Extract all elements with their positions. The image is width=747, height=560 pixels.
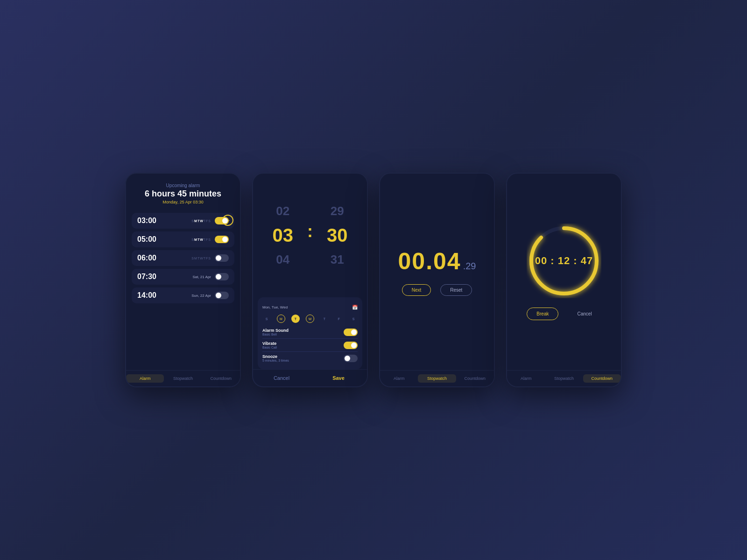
time-separator: : [307, 222, 313, 241]
time-picker-cols: 02 03 04 : 29 30 31 [273, 204, 348, 267]
stopwatch-display: 00.04 .29 Next Reset [380, 174, 494, 370]
snooze-row: Snooze 5 minutes, 3 times [262, 352, 358, 364]
hour-prev: 02 [276, 204, 289, 218]
alarm-toggle-2[interactable] [215, 236, 229, 243]
edit-cancel-button[interactable]: Cancel [253, 370, 310, 386]
day-S1[interactable]: S [262, 315, 271, 323]
min-active[interactable]: 30 [327, 225, 348, 246]
edit-footer: Cancel Save [253, 369, 367, 386]
alarm-list-screen: Upcoming alarm 6 hours 45 minutes Monday… [125, 173, 241, 387]
stopwatch-screen-nav: Alarm Stopwatch Countdown [380, 370, 494, 386]
min-col: 29 30 31 [327, 204, 348, 267]
alarm-time-1: 03:00 [137, 217, 156, 225]
alarm-settings-panel: Mon, Tue, Wed 📅 S M T W T F S Alarm Soun… [258, 297, 362, 369]
alarm-days-2: SMTWTFS [191, 238, 211, 241]
selected-days-label: Mon, Tue, Wed [262, 305, 288, 309]
alarm-item-5: 14:00 Sun, 22 Apr [132, 287, 234, 303]
alarm-toggle-5[interactable] [215, 292, 229, 299]
alarm-header: Upcoming alarm 6 hours 45 minutes Monday… [126, 174, 240, 209]
snooze-toggle[interactable] [344, 355, 358, 362]
stopwatch-controls: Next Reset [402, 284, 472, 296]
stopwatch-screen: 00.04 .29 Next Reset Alarm Stopwatch Cou… [379, 173, 495, 387]
day-S2[interactable]: S [349, 315, 358, 323]
day-M[interactable]: M [277, 315, 285, 323]
countdown-controls: Break Cancel [527, 308, 601, 320]
countdown-display: 00 : 12 : 47 Break Cancel [507, 174, 621, 370]
days-row: S M T W T F S [262, 312, 358, 326]
alarm-time-5: 14:00 [137, 291, 156, 300]
day-T1[interactable]: T [291, 315, 300, 323]
vibrate-toggle[interactable] [344, 342, 358, 349]
alarm-time-2: 05:00 [137, 235, 156, 244]
snooze-sub: 5 minutes, 3 times [262, 359, 289, 362]
alarm-sound-row: Alarm Sound Basic Bell [262, 326, 358, 339]
day-F[interactable]: F [335, 315, 343, 323]
min-prev: 29 [331, 204, 344, 218]
days-row-header: Mon, Tue, Wed 📅 [262, 302, 358, 312]
alarm-screen-nav: Alarm Stopwatch Countdown [126, 370, 240, 386]
alarm-toggle-1[interactable] [215, 217, 229, 224]
upcoming-alarm-time: 6 hours 45 minutes [134, 189, 233, 199]
alarm-sub-4: Sat, 21 Apr [192, 275, 211, 279]
calendar-icon: 📅 [352, 305, 358, 310]
nav-stopwatch-3[interactable]: Stopwatch [418, 374, 456, 383]
alarm-list: 03:00 SMTWTFS 05:00 SMTWTFS [126, 209, 240, 370]
nav-alarm-1[interactable]: Alarm [126, 374, 164, 383]
break-button[interactable]: Break [527, 308, 558, 320]
vibrate-row: Vibrate Basic Call [262, 339, 358, 352]
nav-alarm-4[interactable]: Alarm [507, 374, 545, 383]
countdown-screen: 00 : 12 : 47 Break Cancel Alarm Stopwatc… [506, 173, 622, 387]
alarm-days-1: SMTWTFS [191, 219, 211, 223]
vibrate-sub: Basic Call [262, 346, 277, 349]
nav-alarm-3[interactable]: Alarm [380, 374, 418, 383]
alarm-toggle-4[interactable] [215, 273, 229, 280]
alarm-edit-screen: 02 03 04 : 29 30 31 Mon, Tue, Wed 📅 S M [252, 173, 368, 387]
upcoming-alarm-label: Upcoming alarm [134, 183, 233, 188]
alarm-toggle-3[interactable] [215, 254, 229, 262]
alarm-sound-toggle[interactable] [344, 329, 358, 336]
vibrate-label: Vibrate [262, 341, 277, 346]
nav-stopwatch-1[interactable]: Stopwatch [164, 374, 202, 383]
nav-countdown-4[interactable]: Countdown [583, 374, 621, 383]
time-picker: 02 03 04 : 29 30 31 [253, 174, 367, 297]
stopwatch-reset-button[interactable]: Reset [440, 284, 472, 296]
snooze-label: Snooze [262, 354, 289, 359]
alarm-item-2: 05:00 SMTWTFS [132, 231, 234, 247]
alarm-item-1: 03:00 SMTWTFS [132, 213, 234, 229]
alarm-days-3: SMTWTFS [191, 257, 211, 260]
alarm-sound-label: Alarm Sound [262, 328, 289, 333]
nav-stopwatch-4[interactable]: Stopwatch [545, 374, 583, 383]
day-T2[interactable]: T [320, 315, 329, 323]
countdown-screen-nav: Alarm Stopwatch Countdown [507, 370, 621, 386]
min-next: 31 [331, 252, 344, 267]
hour-active[interactable]: 03 [273, 225, 294, 246]
nav-countdown-1[interactable]: Countdown [202, 374, 240, 383]
hour-col: 02 03 04 [273, 204, 294, 267]
alarm-time-3: 06:00 [137, 254, 156, 262]
countdown-ring: 00 : 12 : 47 [527, 224, 601, 298]
alarm-time-4: 07:30 [137, 273, 156, 281]
stopwatch-time: 00.04 .29 [398, 248, 476, 275]
screens-container: Upcoming alarm 6 hours 45 minutes Monday… [125, 173, 622, 387]
stopwatch-ms: .29 [463, 261, 476, 272]
alarm-item-4: 07:30 Sat, 21 Apr [132, 269, 234, 285]
alarm-item-3: 06:00 SMTWTFS [132, 250, 234, 266]
alarm-sound-sub: Basic Bell [262, 333, 289, 336]
nav-countdown-3[interactable]: Countdown [456, 374, 494, 383]
edit-save-button[interactable]: Save [310, 370, 367, 386]
stopwatch-big-time: 00.04 [398, 248, 461, 275]
alarm-sub-5: Sun, 22 Apr [191, 294, 211, 298]
day-W[interactable]: W [306, 315, 314, 323]
hour-next: 04 [276, 252, 289, 267]
countdown-cancel-button[interactable]: Cancel [568, 308, 601, 320]
countdown-time: 00 : 12 : 47 [535, 255, 593, 267]
stopwatch-next-button[interactable]: Next [402, 284, 431, 296]
upcoming-alarm-date: Monday, 25 Apr 03:30 [134, 200, 233, 204]
